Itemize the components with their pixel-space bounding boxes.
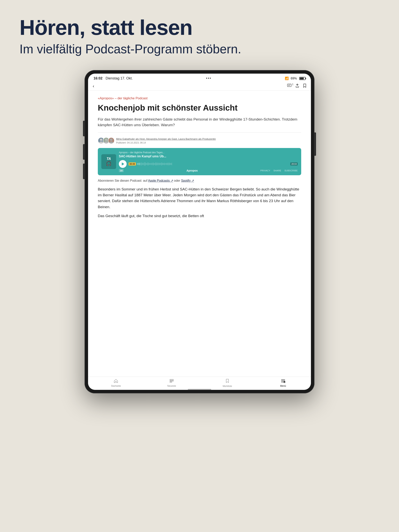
comment-icon[interactable]: 1	[287, 84, 291, 89]
author-avatars	[98, 137, 113, 144]
status-bar: 16:02 Dienstag 17. Okt. ••• 📶 69%	[88, 74, 311, 82]
author-names-text: Mirja Gabathuler als Host, Alexandra Are…	[116, 138, 216, 140]
play-button[interactable]	[119, 160, 127, 168]
article-nav: ‹ 1	[88, 82, 311, 90]
podcast-thumbnail: TA 🎧	[101, 154, 116, 169]
body-paragraph-2: Das Geschäft läuft gut, die Tische sind …	[98, 213, 301, 219]
svg-point-5	[105, 139, 107, 141]
podcast-player: TA 🎧 Apropos – der tägliche Podcast des …	[98, 148, 301, 175]
subscribe-text: Abonnieren Sie diesen Podcast: auf Apple…	[98, 179, 301, 183]
subscribe-label: Abonnieren Sie diesen Podcast: auf	[98, 179, 147, 182]
newest-icon	[169, 379, 174, 384]
author-names: Mirja Gabathuler als Host, Alexandra Are…	[116, 137, 216, 141]
podcast-controls[interactable]: 00:00 28:04	[119, 160, 298, 168]
status-right: 📶 69%	[285, 76, 305, 80]
headphone-icon: 🎧	[106, 161, 112, 166]
svg-rect-9	[170, 379, 174, 380]
share-link[interactable]: SHARE	[274, 169, 281, 172]
subscribe-or: oder	[174, 179, 180, 182]
authors-section: Mirja Gabathuler als Host, Alexandra Are…	[98, 137, 301, 144]
time-start: 00:00	[129, 162, 136, 165]
waveform	[137, 162, 289, 166]
bookmark-icon[interactable]	[303, 83, 306, 89]
status-time: 16:02	[94, 76, 103, 80]
nav-newest-label: Neueste	[167, 385, 176, 387]
speed-badge[interactable]: 1X	[119, 169, 124, 172]
svg-point-4	[99, 142, 103, 144]
nav-merkliste[interactable]: Merkliste	[200, 379, 255, 387]
nav-home-label: Startseite	[111, 385, 121, 387]
podcast-links: PRIVACY SHARE SUBSCRIBE	[260, 169, 298, 172]
share-icon[interactable]	[295, 83, 299, 89]
wifi-icon: 📶	[285, 76, 289, 80]
page-subtitle: Im vielfältig Podcast-Programm stöbern.	[19, 41, 380, 57]
device-screen: 16:02 Dienstag 17. Okt. ••• 📶 69% ‹	[88, 74, 311, 390]
article-title: Knochenjob mit schönster Aussicht	[98, 103, 301, 113]
podcast-show-name: Apropos – der tägliche Podcast des Tages…	[119, 151, 298, 154]
home-indicator	[88, 389, 311, 390]
svg-point-3	[100, 139, 102, 141]
battery-fill	[300, 77, 304, 79]
article-body: Besonders im Sommer und im frühen Herbst…	[98, 186, 301, 219]
svg-point-7	[110, 139, 112, 141]
podcast-bottom-row: 1X Apropos PRIVACY SHARE SUBSCRIBE	[119, 169, 298, 172]
status-date: Dienstag 17. Okt.	[106, 76, 133, 80]
time-end: 28:04	[290, 162, 298, 165]
apple-podcasts-link[interactable]: Apple Podcasts ↗	[148, 179, 173, 182]
page-title: Hören, statt lesen	[19, 16, 380, 39]
battery-bar	[299, 77, 305, 80]
author-avatar-3	[108, 137, 115, 144]
article-content: «Apropos» – der tägliche Podcast Knochen…	[88, 90, 311, 377]
merkliste-icon	[226, 379, 229, 384]
spotify-link[interactable]: Spotify ↗	[181, 179, 194, 182]
author-meta: Mirja Gabathuler als Host, Alexandra Are…	[116, 137, 216, 144]
publish-date: Publiziert: 04.10.2023, 06:14	[116, 141, 216, 144]
back-button[interactable]: ‹	[93, 84, 94, 89]
podcast-timeline: 00:00 28:04	[129, 162, 298, 166]
battery-level: 69%	[291, 77, 297, 80]
article-lead: Für das Wohlergehen ihrer zahlreichen Gä…	[98, 117, 301, 133]
svg-rect-11	[170, 382, 172, 382]
nav-menu-label: Menü	[280, 385, 286, 387]
page-background: Hören, statt lesen Im vielfältig Podcast…	[0, 0, 399, 532]
subscribe-link[interactable]: SUBSCRIBE	[284, 169, 298, 172]
nav-newest[interactable]: Neueste	[144, 379, 200, 387]
device-frame: 16:02 Dienstag 17. Okt. ••• 📶 69% ‹	[84, 70, 315, 393]
podcast-episode-title: SAC-Hütten im Kampf ums Üb...	[119, 155, 298, 158]
svg-point-6	[104, 142, 108, 144]
privacy-link[interactable]: PRIVACY	[260, 169, 270, 172]
bottom-nav: Startseite Neueste	[88, 377, 311, 389]
nav-right-icons: 1	[287, 83, 306, 89]
podcast-info: Apropos – der tägliche Podcast des Tages…	[119, 151, 298, 172]
status-dots: •••	[206, 76, 212, 80]
ta-logo: TA	[107, 157, 111, 161]
podcast-show-label: Apropos	[187, 169, 198, 172]
svg-rect-0	[287, 84, 291, 87]
nav-merkliste-label: Merkliste	[223, 385, 232, 387]
play-icon	[122, 162, 124, 165]
menu-icon	[281, 379, 285, 384]
page-header: Hören, statt lesen Im vielfältig Podcast…	[19, 16, 380, 57]
home-bar	[188, 389, 211, 390]
home-icon	[114, 379, 118, 384]
body-paragraph-1: Besonders im Sommer und im frühen Herbst…	[98, 186, 301, 210]
article-category: «Apropos» – der tägliche Podcast	[98, 96, 301, 100]
svg-point-8	[109, 142, 113, 144]
svg-rect-10	[170, 380, 174, 381]
nav-home[interactable]: Startseite	[88, 379, 144, 387]
nav-menu[interactable]: Menü	[255, 379, 311, 387]
